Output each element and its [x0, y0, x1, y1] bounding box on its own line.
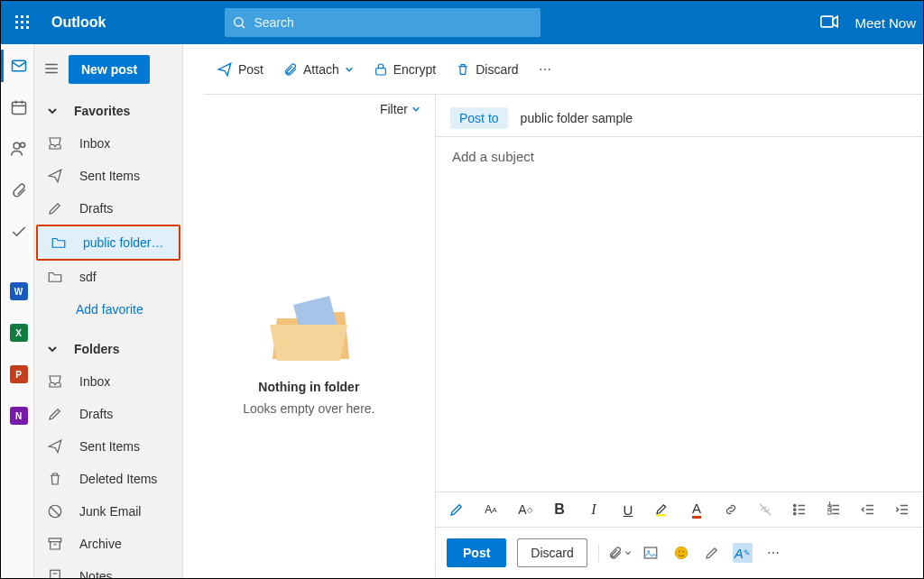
folder-archive[interactable]: Archive: [34, 528, 182, 560]
svg-rect-15: [12, 102, 25, 114]
chevron-down-icon: [47, 344, 58, 354]
divider: [598, 544, 599, 562]
folder-sent-items[interactable]: Sent Items: [34, 430, 182, 463]
discard-button[interactable]: Discard: [517, 538, 587, 567]
font-style-button[interactable]: A◇: [515, 500, 535, 519]
svg-point-34: [794, 509, 796, 510]
rail-onenote-tile[interactable]: N: [1, 400, 33, 432]
app-rail: W X P N: [1, 44, 34, 578]
folder-junk-email[interactable]: Junk Email: [34, 495, 182, 528]
rail-excel-tile[interactable]: X: [1, 317, 33, 349]
format-toggle-button[interactable]: A✎: [733, 543, 753, 563]
svg-point-19: [14, 142, 20, 149]
fav-public-folder-sample[interactable]: public folder sa...: [38, 226, 179, 259]
outdent-button[interactable]: [858, 500, 878, 519]
compose-header: Post to public folder sample: [436, 95, 923, 137]
archive-icon: [47, 536, 63, 552]
rail-todo-button[interactable]: [1, 216, 33, 248]
svg-rect-26: [49, 538, 61, 542]
fav-sent-items[interactable]: Sent Items: [34, 160, 182, 192]
highlight-button[interactable]: [652, 500, 672, 519]
bullet-list-button[interactable]: [790, 500, 809, 519]
cmd-attach-button[interactable]: Attach: [283, 61, 354, 78]
empty-subtitle: Looks empty over here.: [243, 401, 374, 416]
indent-button[interactable]: [892, 500, 912, 519]
svg-line-10: [242, 25, 245, 28]
rail-word-tile[interactable]: W: [1, 275, 33, 308]
svg-line-25: [51, 507, 60, 517]
app-header: Outlook Meet Now: [1, 1, 923, 44]
svg-rect-6: [15, 26, 18, 29]
nav-collapse-button[interactable]: [43, 60, 60, 79]
attach-dropdown-button[interactable]: [610, 543, 630, 563]
underline-button[interactable]: U: [618, 500, 638, 519]
font-color-button[interactable]: A: [687, 500, 707, 519]
meet-now-camera-icon[interactable]: [820, 15, 838, 31]
search-box[interactable]: [225, 8, 541, 37]
app-title: Outlook: [51, 14, 106, 31]
svg-rect-1: [21, 15, 23, 18]
folder-deleted-items[interactable]: Deleted Items: [34, 463, 182, 495]
draft-icon: [47, 200, 63, 216]
format-paintbrush-icon[interactable]: [447, 500, 467, 519]
bold-button[interactable]: B: [550, 500, 569, 519]
fav-sdf[interactable]: sdf: [34, 261, 182, 293]
folders-section-toggle[interactable]: Folders: [34, 333, 182, 365]
svg-rect-13: [375, 68, 385, 74]
rail-mail-button[interactable]: [1, 50, 33, 82]
compose-body[interactable]: [436, 176, 923, 492]
number-list-button[interactable]: 123: [824, 500, 844, 519]
rail-files-button[interactable]: [1, 174, 33, 207]
chevron-down-icon: [345, 65, 354, 74]
folder-drafts[interactable]: Drafts: [34, 398, 182, 430]
post-to-value: public folder sample: [521, 111, 633, 125]
rail-people-button[interactable]: [1, 133, 33, 165]
app-launcher-button[interactable]: [8, 8, 37, 37]
svg-point-9: [235, 18, 243, 26]
subject-input[interactable]: [450, 148, 909, 165]
trash-icon: [47, 471, 63, 487]
folder-inbox[interactable]: Inbox: [34, 365, 182, 398]
chevron-down-icon: [47, 106, 58, 116]
compose-pane: Post to public folder sample AA A◇ B I U…: [436, 44, 923, 578]
emoji-button[interactable]: [671, 543, 691, 563]
filter-button[interactable]: Filter: [380, 102, 420, 116]
svg-point-20: [20, 142, 24, 147]
search-input[interactable]: [246, 14, 533, 31]
italic-button[interactable]: I: [584, 500, 604, 519]
fav-drafts[interactable]: Drafts: [34, 192, 182, 225]
svg-point-52: [675, 547, 688, 559]
favorites-section-toggle[interactable]: Favorites: [34, 95, 182, 127]
signature-button[interactable]: [702, 543, 722, 563]
unlink-button[interactable]: [755, 500, 775, 519]
link-button[interactable]: [721, 500, 741, 519]
junk-icon: [47, 503, 63, 519]
rail-calendar-button[interactable]: [1, 91, 33, 124]
new-post-button[interactable]: New post: [69, 55, 150, 84]
folder-notes[interactable]: Notes: [34, 560, 182, 578]
fav-inbox[interactable]: Inbox: [34, 127, 182, 160]
cmd-post-button[interactable]: Post: [217, 61, 263, 78]
compose-action-bar: Post Discard A✎ ⋯: [436, 528, 923, 578]
insert-image-button[interactable]: [641, 543, 661, 563]
svg-rect-2: [26, 15, 29, 18]
folder-icon: [47, 269, 63, 285]
font-size-button[interactable]: AA: [481, 500, 501, 519]
add-favorite-link[interactable]: Add favorite: [34, 293, 182, 326]
post-button[interactable]: Post: [447, 538, 506, 567]
svg-point-54: [682, 551, 684, 553]
svg-rect-5: [26, 21, 29, 23]
draft-icon: [47, 406, 63, 422]
more-options-button[interactable]: ⋯: [763, 543, 783, 563]
cmd-encrypt-button[interactable]: Encrypt: [374, 61, 436, 78]
post-to-label[interactable]: Post to: [450, 107, 508, 129]
inbox-icon: [47, 373, 63, 390]
notes-icon: [47, 568, 63, 578]
svg-point-53: [679, 551, 680, 553]
folder-nav: New post Favorites Inbox Sent Items Draf…: [34, 44, 183, 578]
svg-rect-11: [821, 16, 833, 27]
rail-ppt-tile[interactable]: P: [1, 358, 33, 391]
svg-point-32: [794, 504, 796, 506]
highlight-annotation: public folder sa...: [36, 225, 180, 261]
meet-now-button[interactable]: Meet Now: [855, 15, 916, 31]
